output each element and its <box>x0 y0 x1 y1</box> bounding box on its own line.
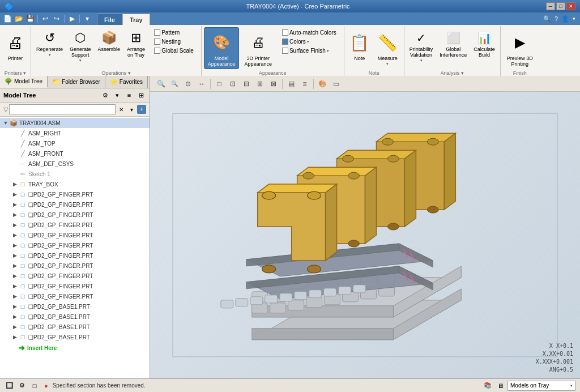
tree-columns-button[interactable]: ≡ <box>124 90 134 100</box>
auto-match-colors-row[interactable]: Auto-match Colors <box>279 28 339 37</box>
base2-toggle[interactable]: ▶ <box>11 313 18 320</box>
add-item-button[interactable]: + <box>137 105 146 114</box>
base4-toggle[interactable]: ▶ <box>11 334 18 340</box>
floor-button[interactable]: ▭ <box>330 78 342 90</box>
status-icon-2[interactable]: ⚙ <box>17 381 27 391</box>
tree-item-finger-11[interactable]: ▶□❑PD2_GP_FINGER.PRT <box>0 291 150 301</box>
finger4-toggle[interactable]: ▶ <box>11 221 18 228</box>
tree-item-finger-5[interactable]: ▶□❑PD2_GP_FINGER.PRT <box>0 230 150 240</box>
window-controls[interactable]: ─ □ ✕ <box>546 2 575 10</box>
tree-item-base-2[interactable]: ▶□❑PD2_GP_BASE1.PRT <box>0 312 150 322</box>
help-button[interactable]: ? <box>555 15 558 22</box>
options-button[interactable]: ▾ <box>573 16 575 22</box>
wireframe-button[interactable]: □ <box>213 78 225 90</box>
finger9-toggle[interactable]: ▶ <box>11 272 18 279</box>
calculate-build-button[interactable]: 📊 Calculate Build <box>471 27 498 60</box>
finger7-toggle[interactable]: ▶ <box>11 252 18 259</box>
new-button[interactable]: 📄 <box>2 14 12 24</box>
finger2-toggle[interactable]: ▶ <box>11 201 18 208</box>
perspective-button[interactable]: ▤ <box>285 78 297 90</box>
zoom-out-button[interactable]: 🔍 <box>168 78 181 90</box>
note-button[interactable]: 📋 Note <box>347 27 373 63</box>
tree-item-tray-box[interactable]: ▶ □ TRAY_BOX <box>0 179 150 189</box>
operations-group-label[interactable]: Operations ▾ <box>101 70 131 76</box>
finger10-toggle[interactable]: ▶ <box>11 283 18 289</box>
save-button[interactable]: 💾 <box>25 14 35 24</box>
finger1-toggle[interactable]: ▶ <box>11 191 18 198</box>
tree-item-finger-1[interactable]: ▶□❑PD2_GP_FINGER.PRT <box>0 189 150 199</box>
search-input[interactable] <box>9 104 116 114</box>
hidden-line-button[interactable]: ⊟ <box>240 78 253 90</box>
base1-toggle[interactable]: ▶ <box>11 303 18 310</box>
fit-button[interactable]: ⊙ <box>182 78 194 90</box>
colors-checkbox[interactable] <box>282 39 288 45</box>
tree-item-finger-10[interactable]: ▶□❑PD2_GP_FINGER.PRT <box>0 281 150 291</box>
tree-item-finger-2[interactable]: ▶□❑PD2_GP_FINGER.PRT <box>0 199 150 210</box>
surface-finish-checkbox[interactable] <box>282 48 288 54</box>
status-icon-1[interactable]: 🔲 <box>5 381 15 391</box>
nesting-checkbox-row[interactable]: Nesting <box>151 37 197 46</box>
model-appearance-button[interactable]: 🎨 Model Appearance <box>204 27 240 69</box>
saved-views-button[interactable]: ≡ <box>298 78 311 90</box>
tree-item-finger-4[interactable]: ▶□❑PD2_GP_FINGER.PRT <box>0 220 150 230</box>
model-tree-tab[interactable]: 🌳 Model Tree <box>0 76 48 88</box>
help-search-button[interactable]: 🔍 <box>543 15 551 23</box>
3d-printer-appearance-button[interactable]: 🖨 3D Printer Appearance <box>240 27 276 69</box>
search-dropdown-button[interactable]: ▾ <box>127 105 136 114</box>
shading-edges-button[interactable]: ⊠ <box>267 78 280 90</box>
auto-match-colors-checkbox[interactable] <box>282 29 288 36</box>
finger6-toggle[interactable]: ▶ <box>11 242 18 249</box>
tree-expand-button[interactable]: ⊞ <box>136 90 146 100</box>
tree-item-sketch1[interactable]: ✏ Sketch 1 <box>0 169 150 179</box>
assemble-button[interactable]: 📦 Assemble <box>95 27 123 54</box>
regenerate-quick-button[interactable]: ▶ <box>67 14 77 24</box>
status-icon-3[interactable]: □ <box>29 381 40 391</box>
tray-box-toggle[interactable]: ▶ <box>11 181 18 188</box>
nesting-checkbox[interactable] <box>154 39 160 45</box>
tree-item-root[interactable]: ▼ 📦 TRAY0004.ASM <box>0 118 150 128</box>
printer-button[interactable]: 🖨 Printer <box>2 27 28 63</box>
shading-button[interactable]: ⊡ <box>227 78 239 90</box>
finger5-toggle[interactable]: ▶ <box>11 232 18 238</box>
finger11-toggle[interactable]: ▶ <box>11 293 18 300</box>
surface-finish-row[interactable]: Surface Finish ▾ <box>279 46 339 55</box>
base3-toggle[interactable]: ▶ <box>11 323 18 330</box>
colors-row[interactable]: Colors ▾ <box>279 37 339 46</box>
insert-here[interactable]: ➜ Insert Here <box>0 342 150 353</box>
maximize-button[interactable]: □ <box>556 2 565 10</box>
tree-item-base-1[interactable]: ▶□❑PD2_GP_BASE1.PRT <box>0 301 150 312</box>
pattern-checkbox-row[interactable]: Pattern <box>151 28 197 37</box>
user-button[interactable]: 👤 <box>561 15 569 23</box>
layers-icon[interactable]: 📚 <box>483 381 493 391</box>
measure-button[interactable]: 📏 Measure ▾ <box>374 27 402 68</box>
pan-button[interactable]: ↔ <box>195 78 208 90</box>
tree-item-asm-right[interactable]: ╱ ASM_RIGHT <box>0 128 150 138</box>
tree-item-asm-def-csys[interactable]: ─ ASM_DEF_CSYS <box>0 159 150 169</box>
global-interference-button[interactable]: ⬜ Global Interference <box>437 27 470 60</box>
arrange-on-tray-button[interactable]: ⊞ Arrange on Tray <box>124 27 148 60</box>
printability-validation-button[interactable]: ✓ Printability Validation ▾ <box>407 27 436 65</box>
printers-group-label[interactable]: Printers ▾ <box>5 70 27 76</box>
finger8-toggle[interactable]: ▶ <box>11 262 18 269</box>
finger3-toggle[interactable]: ▶ <box>11 211 18 218</box>
regenerate-button[interactable]: ↺ Regenerate ▾ <box>33 27 66 59</box>
tree-item-finger-6[interactable]: ▶□❑PD2_GP_FINGER.PRT <box>0 240 150 250</box>
search-clear-button[interactable]: ✕ <box>117 105 126 114</box>
undo-button[interactable]: ↩ <box>40 14 50 24</box>
viewport[interactable]: X X+0.1 X.XX+0.01 X.XXX+0.001 ANG+0.5 <box>150 92 580 378</box>
tree-item-finger-7[interactable]: ▶□❑PD2_GP_FINGER.PRT <box>0 250 150 261</box>
models-on-tray-dropdown[interactable]: Models on Tray ▾ <box>508 381 575 391</box>
open-button[interactable]: 📂 <box>14 14 24 24</box>
favorites-tab[interactable]: ⭐ Favorites <box>105 76 148 88</box>
global-scale-checkbox[interactable] <box>154 48 160 54</box>
global-scale-checkbox-row[interactable]: Global Scale <box>151 46 197 55</box>
tree-filter-button[interactable]: ▾ <box>112 90 122 100</box>
root-toggle[interactable]: ▼ <box>2 120 9 126</box>
file-tab[interactable]: File <box>97 14 122 25</box>
tree-item-asm-front[interactable]: ╱ ASM_FRONT <box>0 148 150 159</box>
generate-support-button[interactable]: ⬡ Generate Support ▾ <box>67 27 94 65</box>
tray-tab[interactable]: Tray <box>122 14 150 25</box>
folder-browser-tab[interactable]: 📁 Folder Browser <box>48 76 105 88</box>
appearance-style-button[interactable]: 🎨 <box>316 78 329 90</box>
minimize-button[interactable]: ─ <box>546 2 555 10</box>
